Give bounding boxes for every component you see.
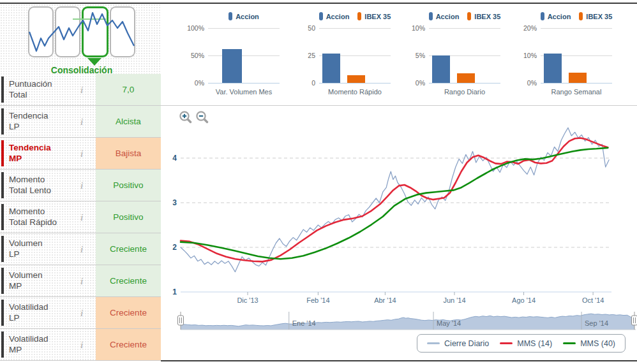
series-mms-14- [181,138,608,262]
series-mms-40- [181,148,608,259]
legend-label: Cierre Diario [444,339,489,348]
series-cierre-diario [181,127,609,272]
main-y-axis-label: 1 [172,288,177,296]
chart-legend: Cierre DiarioMMS (14)MMS (40) [417,334,626,353]
stock-analysis-dashboard: Consolidación PuntuaciónTotali7,0Tendenc… [0,0,637,364]
bottom-border [161,360,637,361]
legend-item-mms-40-[interactable]: MMS (40) [563,339,615,348]
legend-label: MMS (14) [517,339,552,348]
navigator-area[interactable] [181,314,634,330]
main-y-axis-label: 3 [172,198,177,207]
main-x-axis-label: Oct '14 [582,296,604,304]
main-y-axis-label: 2 [172,243,177,252]
legend-label: MMS (40) [580,339,615,348]
legend-item-cierre-diario[interactable]: Cierre Diario [427,339,489,348]
main-x-axis-label: Abr '14 [374,296,396,304]
main-x-axis-label: Feb '14 [306,296,329,304]
navigator-x-label: Ene '14 [292,319,316,327]
navigator-x-label: May '14 [437,319,461,327]
price-chart: 1234Dic '13Feb '14Abr '14Jun '14Ago '14O… [0,0,637,364]
legend-line-icon [500,342,513,344]
main-x-axis-label: Jun '14 [443,296,465,304]
main-x-axis-label: Dic '13 [237,296,258,304]
legend-item-mms-14-[interactable]: MMS (14) [500,339,552,348]
main-y-axis-label: 4 [172,154,177,163]
legend-line-icon [427,342,440,344]
main-x-axis-label: Ago '14 [512,296,536,304]
legend-line-icon [563,342,576,344]
navigator-x-label: Sep '14 [585,319,608,327]
